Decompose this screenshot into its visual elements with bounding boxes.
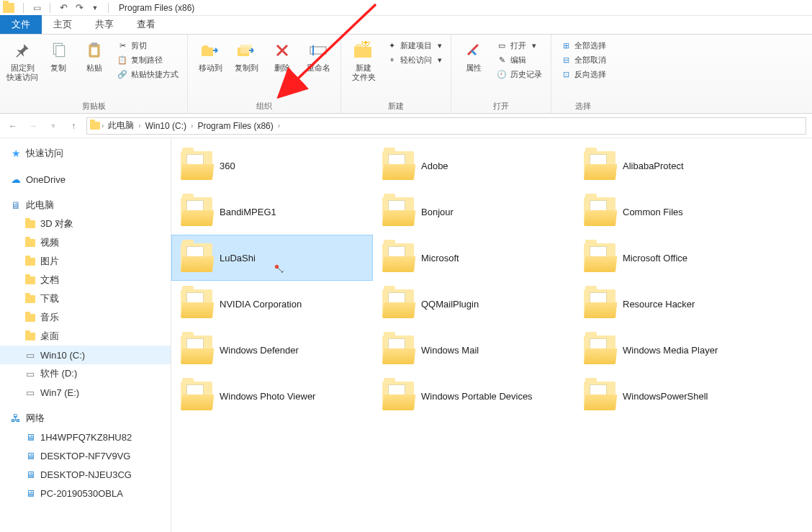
cut-button[interactable]: ✂剪切 [114,39,181,52]
folder-item[interactable]: BandiMPEG1 [171,189,373,235]
folder-item[interactable]: Resource Hacker [574,281,776,327]
tree-quick-access[interactable]: ★快速访问 [0,144,171,163]
folder-item[interactable]: Windows Portable Devices [373,373,574,419]
tree-network-pc[interactable]: 🖥PC-20190530OBLA [0,484,171,502]
group-label: 选择 [557,99,609,112]
new-item-button[interactable]: ✦新建项目▾ [383,39,445,52]
title-bar: ▭ ↶ ↷ ▼ Program Files (x86) [0,0,812,16]
folder-item-selected[interactable]: LuDaShi [171,235,373,281]
folder-item[interactable]: Microsoft [373,235,574,281]
rename-button[interactable]: 重命名 [302,37,335,73]
folder-item[interactable]: AlibabaProtect [574,143,776,189]
folder-item[interactable]: Microsoft Office [574,235,776,281]
nav-back-button[interactable]: ← [6,119,20,133]
tree-onedrive[interactable]: ☁OneDrive [0,170,171,189]
folder-item[interactable]: QQMailPlugin [373,281,574,327]
select-all-button[interactable]: ⊞全部选择 [557,39,609,52]
folder-item[interactable]: WindowsPowerShell [574,373,776,419]
nav-recent-button[interactable]: ▼ [46,119,60,133]
qat-undo[interactable]: ↶ [56,1,71,14]
qat-redo[interactable]: ↷ [72,1,86,14]
properties-icon [462,39,485,62]
open-button[interactable]: ▭打开▾ [493,39,545,52]
nav-forward-button[interactable]: → [26,119,40,133]
content-pane[interactable]: 360 Adobe AlibabaProtect BandiMPEG1 Bonj… [171,138,812,532]
tree-network-pc[interactable]: 🖥1H4WPFQ7KZ8HU82 [0,428,171,446]
folder-item[interactable]: Common Files [574,189,776,235]
tree-drive-e[interactable]: ▭Win7 (E:) [0,383,171,402]
drive-icon: ▭ [24,387,36,397]
nav-up-button[interactable]: ↑ [66,119,81,133]
folder-item[interactable]: Adobe [373,143,574,189]
chevron-down-icon: ▾ [438,41,442,50]
folder-item[interactable]: Bonjour [373,189,574,235]
pc-icon: 🖥 [10,200,22,210]
network-icon: 🖧 [10,413,22,423]
folder-item[interactable]: 360 [171,143,373,189]
address-bar[interactable]: › 此电脑 › Win10 (C:) › Program Files (x86)… [86,117,806,135]
tree-desktop[interactable]: 桌面 [0,327,171,346]
tree-network[interactable]: 🖧网络 [0,409,171,428]
pin-quick-access-button[interactable]: 固定到 快速访问 [6,37,39,82]
copy-to-button[interactable]: 复制到 [230,37,263,73]
folder-item[interactable]: Windows Mail [373,327,574,373]
ribbon-group-select: ⊞全部选择 ⊟全部取消 ⊡反向选择 选择 [551,35,615,113]
tab-file[interactable]: 文件 [0,15,42,34]
invert-icon: ⊡ [560,68,572,80]
tree-3d-objects[interactable]: 3D 对象 [0,215,171,233]
folder-item[interactable]: Windows Media Player [574,327,776,373]
invert-selection-button[interactable]: ⊡反向选择 [557,68,609,81]
folder-icon [24,294,36,304]
ribbon-group-clipboard: 固定到 快速访问 复制 粘贴 ✂剪切 📋复制路径 🔗粘贴快捷方式 剪贴板 [0,35,188,113]
copy-button[interactable]: 复制 [42,37,75,73]
svg-rect-9 [312,45,314,55]
folder-item[interactable]: NVIDIA Corporation [171,281,373,327]
window-title: Program Files (x86) [119,3,194,13]
properties-button[interactable]: 属性 [457,37,490,73]
select-none-button[interactable]: ⊟全部取消 [557,53,609,66]
folder-item[interactable]: Windows Defender [171,327,373,373]
new-folder-button[interactable]: 新建 文件夹 [347,37,380,82]
breadcrumb-pc[interactable]: 此电脑 [105,120,137,132]
group-label: 打开 [457,99,545,112]
tree-network-pc[interactable]: 🖥DESKTOP-NJEU3CG [0,465,171,484]
edit-button[interactable]: ✎编辑 [493,53,545,66]
tree-downloads[interactable]: 下载 [0,289,171,308]
nav-bar: ← → ▼ ↑ › 此电脑 › Win10 (C:) › Program Fil… [0,114,812,138]
tree-music[interactable]: 音乐 [0,308,171,327]
breadcrumb-drive[interactable]: Win10 (C:) [143,121,189,131]
tree-network-pc[interactable]: 🖥DESKTOP-NF7V9VG [0,446,171,465]
undo-icon: ↶ [60,2,68,13]
tree-drive-d[interactable]: ▭软件 (D:) [0,364,171,383]
select-none-icon: ⊟ [560,54,572,66]
ribbon-group-new: 新建 文件夹 ✦新建项目▾ ⚬轻松访问▾ 新建 [341,35,451,113]
move-to-button[interactable]: 移动到 [194,37,227,73]
shortcut-icon: 🔗 [117,68,128,80]
history-button[interactable]: 🕘历史记录 [493,68,545,81]
tree-drive-c[interactable]: ▭Win10 (C:) [0,346,171,364]
ribbon-tabs: 文件 主页 共享 查看 [0,16,812,35]
delete-button[interactable]: 删除 [266,37,299,73]
tab-home[interactable]: 主页 [42,15,84,34]
tab-share[interactable]: 共享 [84,15,125,34]
breadcrumb-folder[interactable]: Program Files (x86) [194,121,276,131]
tree-this-pc[interactable]: 🖥此电脑 [0,196,171,215]
tree-videos[interactable]: 视频 [0,233,171,252]
folder-icon [584,335,615,364]
folder-icon [584,151,615,180]
sidebar-tree[interactable]: ★快速访问 ☁OneDrive 🖥此电脑 3D 对象 视频 图片 文档 下载 音… [0,138,171,532]
arrow-up-icon: ↑ [71,121,76,131]
svg-rect-4 [91,48,98,55]
tree-documents[interactable]: 文档 [0,271,171,289]
paste-button[interactable]: 粘贴 [78,37,111,73]
folder-item[interactable]: Windows Photo Viewer [171,373,373,419]
tree-pictures[interactable]: 图片 [0,252,171,271]
easy-access-button[interactable]: ⚬轻松访问▾ [383,53,445,66]
group-label: 组织 [194,99,335,112]
pc-icon: 🖥 [24,432,36,442]
tab-view[interactable]: 查看 [125,15,167,34]
paste-shortcut-button[interactable]: 🔗粘贴快捷方式 [114,68,181,81]
qat-customize[interactable]: ▼ [88,1,102,14]
copy-path-button[interactable]: 📋复制路径 [114,53,181,66]
qat-item[interactable]: ▭ [30,1,44,14]
